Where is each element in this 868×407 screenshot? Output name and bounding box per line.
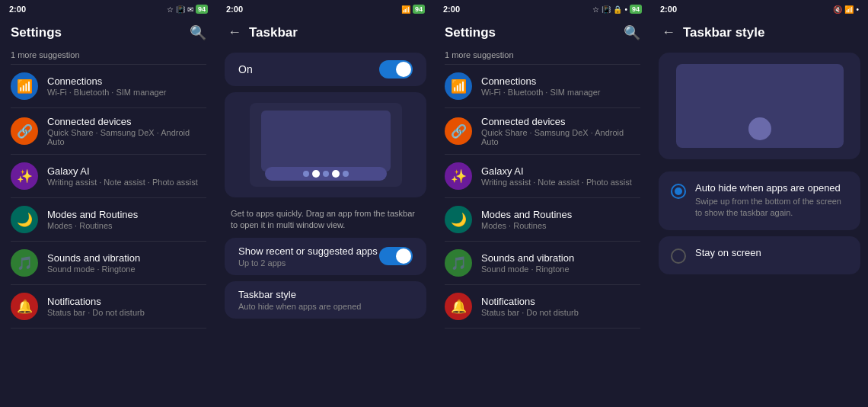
taskbar-header: ← Taskbar <box>217 18 434 46</box>
status-bar-3: 2:00 ☆ 📳 🔒 • 94 <box>434 0 651 18</box>
connected-text-1: Connected devices Quick Share · Samsung … <box>47 116 206 146</box>
back-button-taskbar[interactable]: ← <box>228 24 241 40</box>
show-recent-toggle[interactable] <box>379 247 413 265</box>
settings-item-sounds-1[interactable]: 🎵 Sounds and vibration Sound mode · Ring… <box>0 242 217 284</box>
settings-item-modes-2[interactable]: 🌙 Modes and Routines Modes · Routines <box>434 198 651 241</box>
show-recent-title: Show recent or suggested apps <box>238 245 379 257</box>
taskbar-title: Taskbar <box>249 25 298 40</box>
ts-radio-stay-on[interactable] <box>671 248 686 264</box>
connections-subtitle-1: Wi-Fi · Bluetooth · SIM manager <box>47 88 206 97</box>
notif-title-1: Notifications <box>47 296 206 307</box>
ts-radio-auto-hide[interactable] <box>671 184 686 199</box>
search-icon-2[interactable]: 🔍 <box>624 24 640 41</box>
ts-option-text-auto-hide: Auto hide when apps are opened Swipe up … <box>695 182 848 220</box>
lock-icon-3: 🔒 <box>613 5 622 14</box>
modes-subtitle-2: Modes · Routines <box>481 221 640 230</box>
status-time-2: 2:00 <box>226 5 243 14</box>
preview-taskbar-bar <box>265 167 387 181</box>
status-icons-4: 🔇 📶 • <box>833 5 859 14</box>
status-icons-3: ☆ 📳 🔒 • 94 <box>592 5 642 14</box>
suggestion-bar-2: 1 more suggestion <box>434 47 651 64</box>
galaxy-subtitle-1: Writing assist · Note assist · Photo ass… <box>47 178 206 187</box>
status-time-1: 2:00 <box>9 5 26 14</box>
galaxy-icon-2: ✨ <box>445 162 472 190</box>
taskbar-on-toggle[interactable] <box>379 60 413 79</box>
settings-title-1: Settings <box>11 25 62 40</box>
settings-item-galaxy-2[interactable]: ✨ Galaxy AI Writing assist · Note assist… <box>434 155 651 197</box>
ts-option-title-stay-on: Stay on screen <box>695 247 848 258</box>
status-icons-2: 📶 94 <box>401 5 425 14</box>
divider-7 <box>11 328 206 328</box>
status-time-4: 2:00 <box>660 5 677 14</box>
settings-item-galaxy-1[interactable]: ✨ Galaxy AI Writing assist · Note assist… <box>0 155 217 197</box>
sounds-text-1: Sounds and vibration Sound mode · Ringto… <box>47 252 206 274</box>
settings-item-connected-1[interactable]: 🔗 Connected devices Quick Share · Samsun… <box>0 108 217 154</box>
modes-title-2: Modes and Routines <box>481 209 640 220</box>
galaxy-title-1: Galaxy AI <box>47 165 206 177</box>
dot-icon-4: • <box>856 5 859 14</box>
settings-header-2: Settings 🔍 <box>434 18 651 47</box>
modes-icon-2: 🌙 <box>445 206 472 233</box>
taskbar-info-text: Get to apps quickly. Drag an app from th… <box>217 207 434 238</box>
galaxy-text-2: Galaxy AI Writing assist · Note assist ·… <box>481 165 640 187</box>
sounds-subtitle-2: Sound mode · Ringtone <box>481 264 640 274</box>
notif-text-2: Notifications Status bar · Do not distur… <box>481 296 640 317</box>
settings-item-sounds-2[interactable]: 🎵 Sounds and vibration Sound mode · Ring… <box>434 242 651 284</box>
show-recent-row[interactable]: Show recent or suggested apps Up to 2 ap… <box>225 238 426 275</box>
galaxy-title-2: Galaxy AI <box>481 165 640 177</box>
ts-option-text-stay-on: Stay on screen <box>695 247 848 258</box>
connections-title-1: Connections <box>47 75 206 87</box>
ts-option-auto-hide[interactable]: Auto hide when apps are opened Swipe up … <box>659 171 860 230</box>
settings-item-connections-1[interactable]: 📶 Connections Wi-Fi · Bluetooth · SIM ma… <box>0 65 217 107</box>
connected-subtitle-2: Quick Share · Samsung DeX · Android Auto <box>481 128 640 146</box>
settings-item-modes-1[interactable]: 🌙 Modes and Routines Modes · Routines <box>0 198 217 241</box>
signal-icon-2: 📶 <box>401 5 410 14</box>
signal-badge-1: 94 <box>196 5 208 14</box>
divider-17 <box>445 328 640 328</box>
show-recent-thumb <box>396 248 411 264</box>
taskbar-dot-5 <box>343 171 349 177</box>
status-bar-1: 2:00 ☆ 📳 ✉ 94 <box>0 0 217 18</box>
modes-title-1: Modes and Routines <box>47 209 206 220</box>
taskbar-style-panel: 2:00 🔇 📶 • ← Taskbar style Auto hide whe… <box>651 0 868 407</box>
ts-preview <box>659 53 860 159</box>
star-icon: ☆ <box>167 5 174 14</box>
vibrate-icon: 📳 <box>176 5 185 14</box>
sounds-subtitle-1: Sound mode · Ringtone <box>47 264 206 274</box>
sounds-title-2: Sounds and vibration <box>481 252 640 264</box>
toggle-thumb-on <box>396 62 411 77</box>
settings-panel-2: 2:00 ☆ 📳 🔒 • 94 Settings 🔍 1 more sugges… <box>434 0 651 407</box>
settings-item-connections-2[interactable]: 📶 Connections Wi-Fi · Bluetooth · SIM ma… <box>434 65 651 107</box>
settings-item-notif-1[interactable]: 🔔 Notifications Status bar · Do not dist… <box>0 285 217 328</box>
notif-text-1: Notifications Status bar · Do not distur… <box>47 296 206 317</box>
taskbar-dot-3 <box>323 171 329 177</box>
search-icon-1[interactable]: 🔍 <box>190 24 206 41</box>
settings-item-notif-2[interactable]: 🔔 Notifications Status bar · Do not dist… <box>434 285 651 328</box>
modes-text-2: Modes and Routines Modes · Routines <box>481 209 640 230</box>
galaxy-icon-1: ✨ <box>11 162 38 190</box>
connections-text-1: Connections Wi-Fi · Bluetooth · SIM mana… <box>47 75 206 97</box>
suggestion-text-2: 1 more suggestion <box>445 50 514 59</box>
status-bar-2: 2:00 📶 94 <box>217 0 434 18</box>
ts-header: ← Taskbar style <box>651 18 868 46</box>
suggestion-text-1: 1 more suggestion <box>11 50 80 59</box>
galaxy-text-1: Galaxy AI Writing assist · Note assist ·… <box>47 165 206 187</box>
taskbar-dot-2 <box>312 170 320 178</box>
taskbar-on-toggle-row[interactable]: On <box>225 53 426 86</box>
preview-screen <box>261 111 391 171</box>
taskbar-style-row[interactable]: Taskbar style Auto hide when apps are op… <box>225 281 426 319</box>
back-button-ts[interactable]: ← <box>662 24 675 40</box>
ts-option-stay-on[interactable]: Stay on screen <box>659 236 860 274</box>
notif-subtitle-1: Status bar · Do not disturb <box>47 308 206 317</box>
galaxy-subtitle-2: Writing assist · Note assist · Photo ass… <box>481 178 640 187</box>
modes-subtitle-1: Modes · Routines <box>47 221 206 230</box>
settings-item-connected-2[interactable]: 🔗 Connected devices Quick Share · Samsun… <box>434 108 651 154</box>
connections-text-2: Connections Wi-Fi · Bluetooth · SIM mana… <box>481 75 640 97</box>
settings-list-2: 📶 Connections Wi-Fi · Bluetooth · SIM ma… <box>434 64 651 407</box>
taskbar-dot-1 <box>303 171 309 177</box>
dot-icon-3: • <box>624 5 627 14</box>
signal-badge-3: 94 <box>630 5 642 14</box>
notif-subtitle-2: Status bar · Do not disturb <box>481 308 640 317</box>
taskbar-panel: 2:00 📶 94 ← Taskbar On <box>217 0 434 407</box>
connections-subtitle-2: Wi-Fi · Bluetooth · SIM manager <box>481 88 640 97</box>
